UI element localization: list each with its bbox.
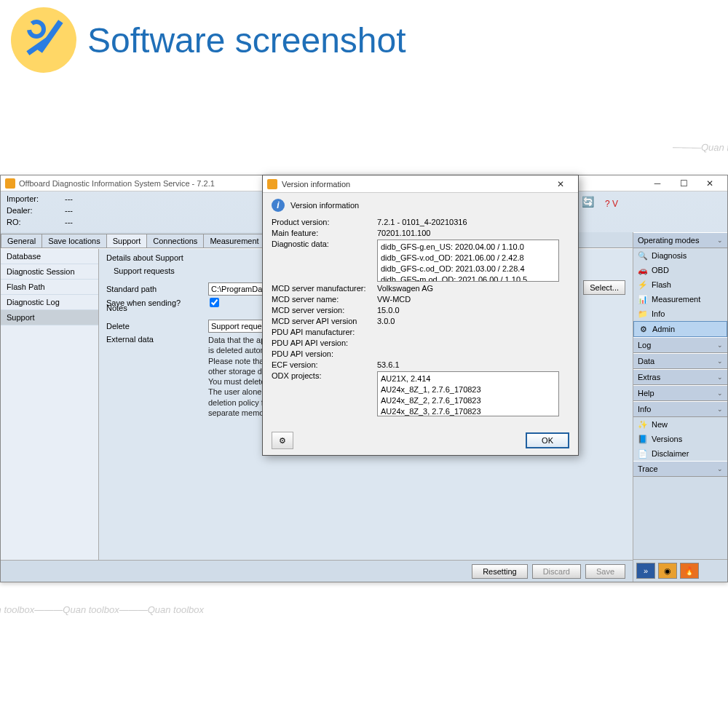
discard-button[interactable]: Discard	[532, 564, 581, 579]
versions-icon: 📘	[638, 434, 648, 444]
nav-support[interactable]: Support	[1, 310, 98, 325]
expand-button[interactable]: »	[636, 563, 655, 579]
tab-save-locations[interactable]: Save locations	[41, 234, 107, 248]
flash-icon: ⚡	[638, 280, 648, 290]
tab-connections[interactable]: Connections	[146, 234, 204, 248]
modal-title: Version information	[282, 180, 350, 189]
modal-close-button[interactable]: ✕	[547, 177, 574, 191]
modal-titlebar: Version information ✕	[263, 175, 578, 193]
delete-label: Delete	[106, 322, 208, 331]
mcd-api-label: MCD server API version	[272, 317, 377, 325]
window-title: Offboard Diagnostic Information System S…	[19, 179, 215, 188]
gear-icon: ⚙	[279, 436, 286, 446]
info-new[interactable]: ✨New	[633, 417, 727, 432]
minimize-button[interactable]: ─	[644, 176, 670, 191]
watermark: ———Quan toolbox	[673, 141, 728, 154]
diag-data-listbox[interactable]: didb_GFS-g.en_US: 2020.04.00 / 1.10.0 di…	[377, 240, 559, 282]
version-help-label[interactable]: ? V	[605, 199, 618, 209]
mode-measurement[interactable]: 📊Measurement	[633, 292, 727, 306]
diag-data-label: Diagnostic data:	[272, 240, 377, 248]
chevron-icon: ⌄	[717, 465, 723, 472]
mode-admin[interactable]: ⚙Admin	[633, 321, 727, 337]
extras-header[interactable]: Extras⌄	[633, 369, 727, 385]
list-item: AU24x_8Z_2, 2.7.6_170823	[381, 395, 555, 406]
left-nav: Database Diagnostic Session Flash Path D…	[1, 249, 99, 560]
banner-title: Software screenshot	[87, 20, 406, 60]
pdu-api-api-label: PDU API API version:	[272, 339, 377, 347]
info-icon: 📁	[638, 309, 648, 319]
refresh-icon[interactable]: 🔄	[582, 196, 598, 212]
close-button[interactable]: ✕	[697, 176, 723, 191]
ok-button[interactable]: OK	[526, 432, 569, 448]
select-button[interactable]: Select...	[583, 280, 625, 295]
ecf-value: 53.6.1	[377, 360, 569, 369]
list-item: didb_GFS-c.od_OD: 2021.03.00 / 2.28.4	[381, 264, 555, 274]
svg-point-1	[29, 22, 44, 36]
version-modal: Version information ✕ i Version informat…	[262, 175, 579, 456]
modal-heading: i Version information	[272, 199, 569, 212]
mcd-manu-label: MCD server manufacturer:	[272, 284, 377, 293]
trace-header[interactable]: Trace⌄	[633, 461, 727, 477]
ro-value: ---	[65, 218, 73, 229]
tab-support[interactable]: Support	[106, 234, 148, 248]
maximize-button[interactable]: ☐	[670, 176, 697, 191]
fire-button[interactable]: 🔥	[680, 563, 699, 579]
product-version-value: 7.2.1 - 0101_4-20210316	[377, 218, 569, 226]
admin-icon: ⚙	[638, 324, 649, 334]
dealer-value: ---	[65, 206, 73, 218]
ro-label: RO:	[7, 218, 65, 229]
status-button[interactable]: ◉	[658, 563, 677, 579]
nav-diag-session[interactable]: Diagnostic Session	[1, 264, 98, 280]
chevron-icon: ⌄	[717, 389, 723, 397]
help-header[interactable]: Help⌄	[633, 385, 727, 401]
ecf-label: ECF version:	[272, 360, 377, 369]
nav-diag-log[interactable]: Diagnostic Log	[1, 295, 98, 310]
info-circle-icon: i	[272, 199, 285, 212]
mode-flash[interactable]: ⚡Flash	[633, 277, 727, 292]
importer-value: ---	[65, 194, 73, 206]
save-sending-checkbox[interactable]	[210, 298, 219, 307]
list-item: didb_GFS-g.en_US: 2020.04.00 / 1.10.0	[381, 242, 555, 253]
list-item: AU21X, 2.414	[381, 373, 555, 384]
footer-buttons: Resetting Discard Save	[1, 560, 633, 582]
info-disclaimer[interactable]: 📄Disclaimer	[633, 446, 727, 461]
chevron-icon: ⌄	[717, 341, 723, 349]
modal-app-icon	[267, 179, 277, 189]
settings-button[interactable]: ⚙	[272, 432, 293, 449]
nav-flash-path[interactable]: Flash Path	[1, 280, 98, 295]
pdu-api-label: PDU API version:	[272, 349, 377, 358]
info-versions[interactable]: 📘Versions	[633, 432, 727, 446]
info2-header[interactable]: Info⌄	[633, 401, 727, 417]
resetting-button[interactable]: Resetting	[472, 564, 527, 579]
mode-info[interactable]: 📁Info	[633, 306, 727, 321]
list-item: didb_GFS-m.od_OD: 2021.06.00 / 1.10.5	[381, 274, 555, 282]
mcd-ver-label: MCD server version:	[272, 306, 377, 314]
new-icon: ✨	[638, 419, 648, 430]
watermark: Quan toolbox———Quan toolbox———Quan toolb…	[0, 604, 204, 615]
nav-database[interactable]: Database	[1, 249, 98, 264]
odx-label: ODX projects:	[272, 371, 377, 380]
pdu-manu-label: PDU API manufacturer:	[272, 328, 377, 336]
tab-general[interactable]: General	[1, 234, 42, 248]
side-panel: Operating modes⌄ 🔍Diagnosis 🚗OBD ⚡Flash …	[633, 232, 727, 582]
save-button[interactable]: Save	[585, 564, 625, 579]
mode-obd[interactable]: 🚗OBD	[633, 263, 727, 277]
data-header[interactable]: Data⌄	[633, 353, 727, 369]
list-item: AU24x_8Z_1, 2.7.6_170823	[381, 384, 555, 395]
app-icon	[5, 178, 15, 189]
std-path-label: Standard path	[106, 285, 208, 293]
dealer-label: Dealer:	[7, 206, 65, 218]
operating-modes-header[interactable]: Operating modes⌄	[633, 232, 727, 248]
diagnosis-icon: 🔍	[638, 250, 648, 261]
obd-icon: 🚗	[638, 265, 648, 275]
log-header[interactable]: Log⌄	[633, 337, 727, 353]
disclaimer-icon: 📄	[638, 448, 648, 459]
tab-measurement[interactable]: Measurement	[203, 234, 265, 248]
chevron-icon: ⌄	[717, 357, 723, 365]
mode-diagnosis[interactable]: 🔍Diagnosis	[633, 248, 727, 263]
chevron-icon: ⌄	[717, 373, 723, 381]
main-feature-value: 70201.101.100	[377, 229, 569, 237]
odx-listbox[interactable]: AU21X, 2.414 AU24x_8Z_1, 2.7.6_170823 AU…	[377, 371, 559, 416]
chevron-icon: ⌄	[717, 237, 723, 244]
mcd-manu-value: Volkswagen AG	[377, 284, 569, 293]
